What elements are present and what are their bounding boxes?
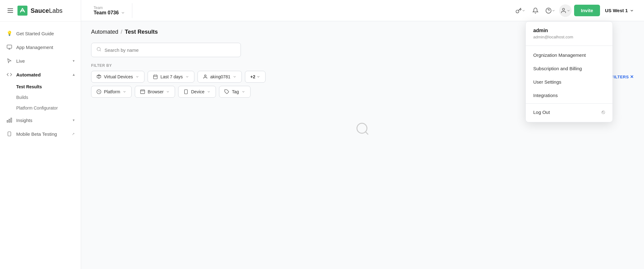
chevron-down-icon	[185, 75, 189, 79]
chevron-down-icon	[121, 11, 125, 15]
help-button[interactable]	[544, 4, 557, 17]
sidebar-item-label: App Management	[16, 45, 53, 50]
dropdown-integrations[interactable]: Integrations	[526, 89, 612, 102]
svg-point-18	[204, 75, 206, 76]
chart-icon	[6, 117, 12, 123]
bell-icon	[532, 7, 539, 14]
chevron-down-icon	[123, 90, 126, 94]
filter-platform[interactable]: Platform	[91, 86, 132, 98]
sidebar-item-label: Get Started Guide	[16, 31, 54, 36]
svg-point-26	[357, 123, 367, 133]
close-icon: ✕	[630, 74, 634, 79]
sidebar-item-mobile-beta[interactable]: Mobile Beta Testing ↗	[0, 127, 81, 141]
chevron-down-icon	[242, 90, 245, 94]
invite-button[interactable]: Invite	[574, 5, 600, 16]
topbar-icons: Invite US West 1	[514, 4, 637, 17]
filter-user[interactable]: aking0781	[198, 71, 242, 83]
chevron-down-icon	[567, 9, 570, 12]
svg-rect-2	[11, 118, 12, 122]
tag-icon	[224, 89, 229, 94]
user-menu-button[interactable]	[559, 4, 572, 17]
logo-area: SauceLabs	[0, 0, 81, 22]
chevron-down-icon: ▾	[73, 59, 75, 63]
dropdown-menu-items: Orgnization Management Subscription and …	[526, 46, 612, 122]
chevron-down-icon	[522, 9, 525, 12]
mobile-icon	[6, 131, 12, 137]
sidebar: SauceLabs 💡 Get Started Guide App Manage…	[0, 0, 81, 269]
team-label: Team	[94, 6, 127, 10]
logout-icon: ⎋	[602, 109, 605, 115]
code-icon	[6, 71, 12, 78]
search-empty-icon	[355, 121, 370, 136]
svg-line-11	[100, 50, 101, 51]
team-selector[interactable]: Team Team 0736	[89, 3, 132, 18]
svg-rect-3	[9, 119, 10, 122]
svg-rect-14	[154, 75, 157, 79]
svg-line-27	[365, 132, 368, 134]
cursor-icon	[6, 58, 12, 64]
dropdown-user-info: admin admin@localhost.com	[526, 22, 612, 46]
filter-virtual-devices[interactable]: Virtual Devices	[91, 71, 144, 83]
cube-icon	[96, 74, 101, 79]
api-key-button[interactable]	[514, 4, 527, 17]
chevron-down-icon	[207, 90, 211, 94]
sidebar-item-live[interactable]: Live ▾	[0, 54, 81, 68]
svg-point-9	[562, 8, 564, 10]
topbar: Team Team 0736	[81, 0, 644, 21]
monitor-icon	[6, 44, 12, 50]
chevron-down-icon	[135, 75, 139, 79]
search-input[interactable]	[105, 47, 236, 53]
breadcrumb-current: Test Results	[125, 29, 158, 35]
dropdown-user-email: admin@localhost.com	[533, 35, 605, 39]
calendar-icon	[153, 74, 158, 79]
user-dropdown: admin admin@localhost.com Orgnization Ma…	[525, 21, 613, 122]
sidebar-navigation: 💡 Get Started Guide App Management Live …	[0, 22, 81, 269]
filter-device[interactable]: Device	[178, 86, 216, 98]
filter-last-7-days[interactable]: Last 7 days	[148, 71, 194, 83]
sidebar-item-automated[interactable]: Automated ▴	[0, 68, 81, 81]
notifications-button[interactable]	[529, 4, 542, 17]
sidebar-item-label: Mobile Beta Testing	[16, 131, 57, 137]
device-icon	[183, 89, 188, 94]
chevron-down-icon	[630, 8, 634, 13]
sidebar-item-label: Automated	[16, 72, 41, 77]
chevron-down-icon	[552, 9, 555, 12]
search-icon	[96, 47, 101, 53]
dropdown-subscription[interactable]: Subscription and Billing	[526, 62, 612, 75]
browser-icon	[140, 89, 145, 94]
sidebar-item-builds[interactable]: Builds	[16, 92, 81, 103]
svg-rect-1	[7, 45, 12, 48]
sidebar-item-platform-configurator[interactable]: Platform Configurator	[16, 103, 81, 113]
sidebar-item-app-management[interactable]: App Management	[0, 40, 81, 54]
chevron-down-icon: ▾	[73, 118, 75, 122]
breadcrumb-parent: Automated	[91, 29, 118, 35]
sidebar-item-label: Insights	[16, 118, 32, 123]
dropdown-logout[interactable]: Log Out ⎋	[526, 105, 612, 120]
dropdown-user-settings[interactable]: User Settings	[526, 75, 612, 89]
hamburger-button[interactable]	[6, 7, 14, 14]
region-selector[interactable]: US West 1	[603, 5, 637, 16]
svg-point-10	[97, 47, 100, 51]
user-icon	[560, 7, 567, 14]
saucelabs-logo-icon	[17, 6, 27, 16]
dropdown-org-management[interactable]: Orgnization Management	[526, 48, 612, 62]
svg-rect-4	[7, 120, 8, 122]
dropdown-username: admin	[533, 28, 605, 33]
bulb-icon: 💡	[6, 30, 12, 37]
sidebar-item-get-started[interactable]: 💡 Get Started Guide	[0, 27, 81, 40]
automated-submenu: Test Results Builds Platform Configurato…	[0, 81, 81, 113]
more-filters-button[interactable]: +2	[245, 71, 266, 83]
sidebar-item-test-results[interactable]: Test Results	[16, 81, 81, 92]
chevron-up-icon: ▴	[73, 72, 75, 77]
search-box	[91, 43, 241, 57]
key-icon	[515, 7, 522, 14]
svg-rect-20	[140, 90, 144, 94]
chevron-down-icon	[233, 75, 237, 79]
sidebar-item-insights[interactable]: Insights ▾	[0, 113, 81, 127]
team-name: Team 0736	[94, 10, 127, 16]
filter-browser[interactable]: Browser	[135, 86, 175, 98]
filter-tag[interactable]: Tag	[219, 86, 251, 98]
breadcrumb-separator: /	[121, 29, 122, 35]
chevron-down-icon	[256, 75, 260, 79]
sidebar-item-label: Live	[16, 58, 25, 64]
